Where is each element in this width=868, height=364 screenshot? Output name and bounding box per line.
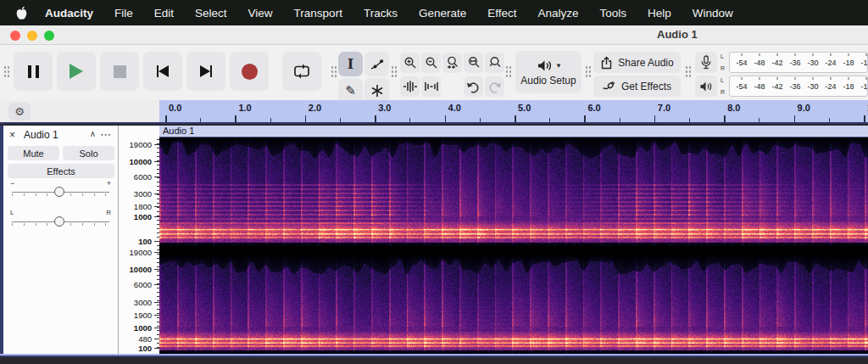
- window-title-bar[interactable]: Audio 1: [0, 25, 868, 45]
- draw-tool-button[interactable]: ✎: [338, 78, 363, 103]
- play-button[interactable]: [57, 52, 96, 91]
- menu-tracks[interactable]: Tracks: [364, 7, 398, 20]
- mute-button[interactable]: Mute: [8, 146, 59, 160]
- zoom-out-button[interactable]: [421, 53, 441, 73]
- menu-generate[interactable]: Generate: [419, 7, 466, 20]
- ruler-freq-label: 480: [138, 334, 152, 344]
- meter-db-label: -42: [771, 82, 782, 91]
- stop-button[interactable]: [100, 52, 139, 91]
- menu-audacity[interactable]: Audacity: [45, 7, 93, 20]
- zoom-window-button[interactable]: [44, 31, 54, 41]
- gain-plus-label: +: [107, 179, 111, 188]
- ruler-freq-label: 6000: [134, 280, 152, 289]
- audio-setup-button[interactable]: ▾ Audio Setup: [515, 51, 581, 93]
- pan-slider-thumb[interactable]: [54, 216, 64, 227]
- zoom-toggle-button[interactable]: [485, 53, 504, 73]
- zoom-in-button[interactable]: [400, 53, 420, 73]
- meter-tick: [777, 53, 778, 56]
- menu-file[interactable]: File: [114, 7, 133, 20]
- record-meter-button[interactable]: [695, 52, 717, 73]
- meter-tick: [849, 77, 849, 80]
- share-audio-label: Share Audio: [618, 57, 673, 69]
- setup-toolbar-grip[interactable]: [505, 65, 511, 79]
- pause-button[interactable]: [14, 52, 53, 91]
- skip-to-start-button[interactable]: [143, 52, 182, 91]
- timeline-label: 9.0: [798, 103, 810, 113]
- timeline-ruler[interactable]: 0.01.02.03.04.05.06.07.08.09.010: [159, 100, 868, 122]
- menu-help[interactable]: Help: [648, 7, 671, 20]
- loop-button[interactable]: [282, 52, 321, 91]
- effects-button[interactable]: Effects: [8, 164, 114, 178]
- track-menu-button[interactable]: ⋯: [100, 128, 112, 141]
- trim-audio-button[interactable]: [400, 76, 420, 97]
- close-window-button[interactable]: [10, 31, 20, 41]
- meter-tick: [813, 77, 814, 80]
- meter-db-label: -42: [771, 59, 782, 67]
- spectrogram-channel-right[interactable]: [159, 255, 868, 354]
- timeline-major-tick: [864, 115, 865, 122]
- clip-name: Audio 1: [163, 126, 194, 136]
- zoom-toggle-icon: [488, 56, 502, 70]
- envelope-tool-button[interactable]: [364, 52, 389, 76]
- edit-toolbar-grip[interactable]: [391, 65, 397, 79]
- apple-logo-icon[interactable]: [15, 6, 28, 20]
- selection-tool-button[interactable]: I: [338, 52, 363, 76]
- meter-tick: [831, 53, 832, 56]
- fit-project-button[interactable]: [464, 53, 483, 73]
- meter-toolbar-grip[interactable]: [685, 65, 691, 79]
- share-toolbar-grip[interactable]: [585, 65, 591, 79]
- close-track-button[interactable]: ×: [9, 129, 15, 141]
- frequency-ruler[interactable]: 1900010000600030001800100010019000100006…: [120, 126, 159, 354]
- meter-tick: [831, 77, 832, 80]
- ruler-freq-label: 3000: [134, 189, 152, 199]
- clip-name-bar[interactable]: Audio 1: [159, 126, 868, 137]
- timeline-major-tick: [375, 115, 376, 122]
- menu-select[interactable]: Select: [195, 7, 227, 20]
- menu-effect[interactable]: Effect: [487, 7, 516, 20]
- ruler-freq-label: 10000: [130, 157, 152, 166]
- playback-meter[interactable]: -54-48-42-36-30-24-18-12: [729, 76, 868, 97]
- stop-icon: [114, 65, 126, 78]
- redo-button[interactable]: [485, 76, 504, 97]
- timeline-minor-tick: [200, 118, 201, 122]
- recording-meter[interactable]: -54-48-42-36-30-24-18-12: [729, 52, 868, 73]
- toolbar: I ✎: [0, 45, 868, 100]
- timeline-minor-tick: [829, 118, 830, 122]
- playback-meter-button[interactable]: [695, 76, 717, 97]
- menu-analyze[interactable]: Analyze: [537, 7, 578, 20]
- track-name[interactable]: Audio 1: [24, 129, 58, 141]
- gain-slider-thumb[interactable]: [54, 187, 64, 197]
- skip-to-end-button[interactable]: [186, 52, 225, 91]
- menu-transport[interactable]: Transport: [294, 7, 342, 20]
- multi-tool-button[interactable]: [364, 78, 389, 103]
- minimize-window-button[interactable]: [27, 31, 37, 41]
- macos-menu-bar: AudacityFileEditSelectViewTransportTrack…: [0, 0, 868, 25]
- meter-tick: [849, 53, 849, 56]
- meter-db-label: -12: [860, 59, 868, 67]
- record-button[interactable]: [230, 52, 269, 91]
- track-control-panel[interactable]: × Audio 1 ∧ ⋯ Mute Solo Effects − + L R: [3, 126, 119, 354]
- loop-icon: [293, 63, 310, 80]
- envelope-icon: [370, 57, 385, 72]
- collapse-track-icon[interactable]: ∧: [90, 129, 96, 138]
- zoom-to-selection-button[interactable]: [442, 53, 462, 73]
- timeline-major-tick: [654, 115, 656, 122]
- menu-tools[interactable]: Tools: [600, 7, 627, 20]
- menu-edit[interactable]: Edit: [154, 7, 174, 20]
- meter-tick: [760, 53, 760, 56]
- solo-button[interactable]: Solo: [63, 146, 114, 160]
- timeline-major-tick: [165, 115, 167, 122]
- menu-view[interactable]: View: [248, 7, 273, 20]
- transport-toolbar-grip[interactable]: [3, 65, 9, 79]
- menu-window[interactable]: Window: [693, 7, 733, 20]
- spectrogram-channel-left[interactable]: [159, 137, 868, 246]
- track-header: × Audio 1 ∧ ⋯: [3, 128, 118, 142]
- tools-toolbar-grip[interactable]: [331, 65, 337, 79]
- timeline-minor-tick: [340, 118, 341, 122]
- get-effects-button[interactable]: Get Effects: [593, 76, 681, 97]
- undo-button[interactable]: [464, 76, 483, 97]
- silence-audio-button[interactable]: [421, 76, 441, 97]
- share-audio-button[interactable]: Share Audio: [593, 52, 681, 73]
- channel-divider: [159, 246, 868, 255]
- timeline-settings-button[interactable]: ⚙: [8, 103, 31, 120]
